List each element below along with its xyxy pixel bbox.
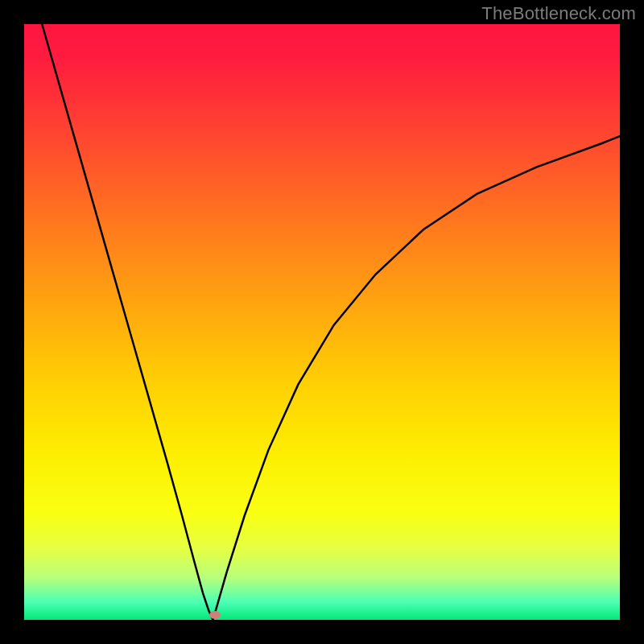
- curve-right-branch: [213, 136, 620, 620]
- curve-left-branch: [42, 24, 213, 620]
- minimum-marker: [209, 611, 221, 619]
- watermark-text: TheBottleneck.com: [481, 3, 636, 24]
- chart-frame: TheBottleneck.com: [0, 0, 644, 644]
- bottleneck-curve: [24, 24, 620, 620]
- plot-area: [24, 24, 620, 620]
